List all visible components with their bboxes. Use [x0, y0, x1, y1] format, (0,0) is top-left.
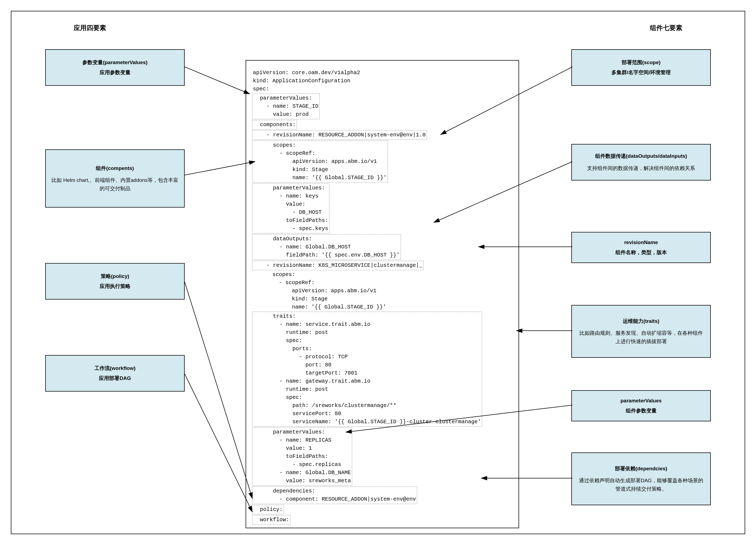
box-desc: 通过依赖声明自动生成部署DAG，能够覆盖各种场景的管道式持续交付策略。 [577, 476, 705, 493]
box-subtitle: 组件参数变量 [626, 407, 657, 415]
yaml-deps: dependencies: - component: RESOURCE_ADDO… [252, 486, 417, 504]
box-title: 部署依赖(dependcies) [615, 465, 667, 473]
box-components: 组件(compents) 比如 Helm chart,、前端组件、内置addon… [45, 149, 185, 208]
box-policy: 策略(policy) 应用执行策略 [45, 263, 185, 299]
yaml-pv1: parameterValues: - name: keys value: - D… [252, 183, 330, 234]
arrow-l4 [185, 374, 252, 512]
box-scope: 部署范围(scope) 多集群/名字空间/环境管理 [571, 49, 711, 86]
box-dependencies: 部署依赖(dependcies) 通过依赖声明自动生成部署DAG，能够覆盖各种场… [571, 452, 711, 505]
yaml-scopes2: scopes: - scopeRef: apiVersion: apps.abm… [253, 272, 386, 310]
yaml-spec: spec: [253, 86, 269, 92]
box-data-outputs: 组件数据传递(dataOutputs/dataInputs) 支持组件间的数据传… [571, 144, 711, 181]
yaml-pv2: parameterValues: - name: REPLICAS value:… [252, 427, 352, 486]
box-title: revisionName [624, 239, 658, 247]
heading-app-4-elements: 应用四要素 [74, 24, 106, 32]
box-desc: 比如路由规则、服务发现、自动扩缩容等，在各种组件上进行快速的插拔部署 [577, 329, 705, 345]
yaml-components: components: [252, 120, 297, 130]
box-title: 参数变量(parameterValues) [82, 58, 148, 67]
yaml-kind: kind: ApplicationConfiguration [253, 78, 350, 84]
box-title: 组件(compents) [96, 164, 134, 172]
box-title: parameterValues [620, 397, 661, 405]
heading-component-7-elements: 组件七要素 [650, 24, 682, 32]
box-traits: 运维能力(traits) 比如路由规则、服务发现、自动扩缩容等，在各种组件上进行… [571, 305, 711, 358]
yaml-rev2: - revisionName: K8S_MICROSERVICE|cluster… [252, 261, 424, 271]
box-desc: 支持组件间的数据传递，解决组件间的依赖关系 [587, 164, 695, 172]
box-parameter-values-comp: parameterValues 组件参数变量 [571, 390, 711, 421]
box-title: 策略(policy) [101, 272, 129, 280]
box-title: 部署范围(scope) [622, 58, 661, 67]
box-subtitle: 多集群/名字空间/环境管理 [611, 69, 671, 77]
box-workflow: 工作流(workflow) 应用部署DAG [45, 355, 185, 391]
box-parameter-values-app: 参数变量(parameterValues) 应用参数变量 [45, 49, 185, 86]
yaml-config: apiVersion: core.oam.dev/v1alpha2 kind: … [246, 60, 519, 528]
box-title: 运维能力(traits) [623, 317, 659, 325]
box-desc: 比如 Helm chart,、前端组件、内置addons等，包含丰富的可交付制品 [51, 176, 179, 193]
yaml-api-version: apiVersion: core.oam.dev/v1alpha2 [253, 70, 360, 76]
yaml-workflow: workflow: [252, 515, 291, 525]
box-subtitle: 应用参数变量 [100, 69, 131, 77]
yaml-scopes1: scopes: - scopeRef: apiVersion: apps.abm… [252, 141, 388, 183]
box-subtitle: 应用执行策略 [100, 282, 131, 290]
box-title: 工作流(workflow) [95, 364, 136, 372]
yaml-rev1: - revisionName: RESOURCE_ADDON|system-en… [252, 130, 427, 140]
box-subtitle: 应用部署DAG [99, 374, 131, 382]
yaml-policy: policy: [252, 505, 284, 514]
yaml-dataout: dataOutputs: - name: Global.DB_HOST fiel… [252, 234, 401, 260]
box-title: 组件数据传递(dataOutputs/dataInputs) [595, 152, 687, 160]
yaml-pv-block: parameterValues: - name: STAGE_ID value:… [252, 93, 320, 119]
arrow-l1 [185, 67, 250, 94]
diagram-container: 应用四要素 组件七要素 参数变量(parameterValues) 应用参数变量… [11, 11, 745, 534]
yaml-traits: traits: - name: service.trait.abm.io run… [252, 311, 482, 427]
box-subtitle: 组件名称，类型，版本 [615, 249, 667, 257]
arrow-l2 [185, 162, 255, 175]
box-revision-name: revisionName 组件名称，类型，版本 [571, 232, 711, 263]
arrow-l3 [185, 282, 252, 498]
